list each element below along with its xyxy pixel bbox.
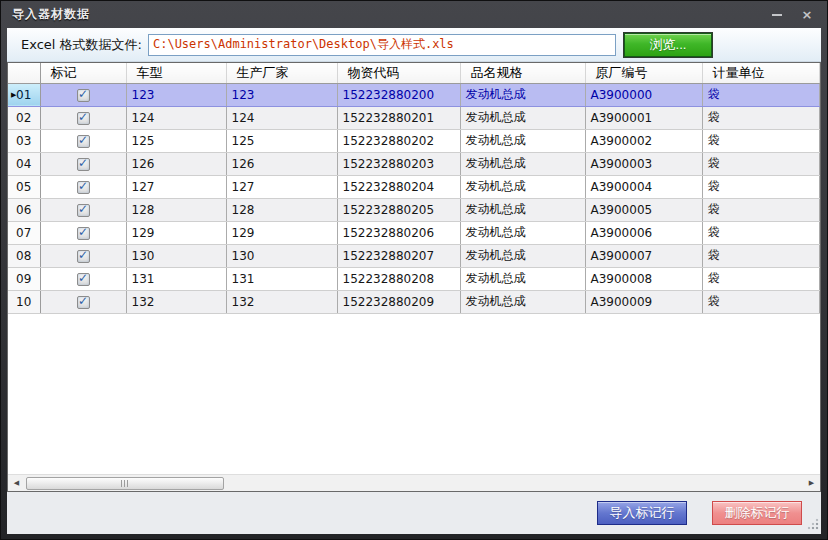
column-header-mark[interactable]: 标记 bbox=[40, 63, 126, 83]
mark-cell: ✓ bbox=[40, 175, 126, 198]
dialog-content: Excel 格式数据文件: 浏览... 标记 车型 生产厂家 物资代码 bbox=[7, 28, 821, 534]
row-number-cell: ▶07 bbox=[8, 221, 40, 244]
table-row[interactable]: ▶09 ✓ 131 131 152232880208 发动机总成 A390000… bbox=[8, 267, 820, 290]
material-code-cell: 152232880206 bbox=[337, 221, 460, 244]
check-icon: ✓ bbox=[78, 134, 88, 146]
factory-no-cell: A3900000 bbox=[585, 83, 702, 106]
scrollbar-thumb[interactable] bbox=[26, 477, 224, 490]
current-row-arrow-icon: ▶ bbox=[11, 91, 16, 99]
minimize-icon bbox=[772, 14, 782, 16]
manufacturer-cell: 130 bbox=[226, 244, 337, 267]
factory-no-cell: A3900001 bbox=[585, 106, 702, 129]
check-icon: ✓ bbox=[78, 226, 88, 238]
material-code-cell: 152232880201 bbox=[337, 106, 460, 129]
row-checkbox[interactable]: ✓ bbox=[77, 204, 90, 217]
factory-no-cell: A3900009 bbox=[585, 290, 702, 313]
mark-cell: ✓ bbox=[40, 83, 126, 106]
factory-no-cell: A3900005 bbox=[585, 198, 702, 221]
material-code-cell: 152232880203 bbox=[337, 152, 460, 175]
manufacturer-cell: 129 bbox=[226, 221, 337, 244]
table-row[interactable]: ▶08 ✓ 130 130 152232880207 发动机总成 A390000… bbox=[8, 244, 820, 267]
mark-cell: ✓ bbox=[40, 152, 126, 175]
spec-cell: 发动机总成 bbox=[460, 175, 585, 198]
table-row[interactable]: ▶06 ✓ 128 128 152232880205 发动机总成 A390000… bbox=[8, 198, 820, 221]
row-number-cell: ▶03 bbox=[8, 129, 40, 152]
factory-no-cell: A3900002 bbox=[585, 129, 702, 152]
spec-cell: 发动机总成 bbox=[460, 152, 585, 175]
close-button[interactable]: × bbox=[795, 7, 819, 23]
scroll-right-arrow-icon[interactable]: ▶ bbox=[803, 479, 820, 487]
row-checkbox[interactable]: ✓ bbox=[77, 158, 90, 171]
column-header-factory-no[interactable]: 原厂编号 bbox=[585, 63, 702, 83]
browse-button[interactable]: 浏览... bbox=[624, 33, 712, 57]
file-path-input[interactable] bbox=[148, 34, 616, 56]
data-grid: 标记 车型 生产厂家 物资代码 品名规格 原厂编号 计量单位 ▶01 ✓ 123… bbox=[7, 62, 821, 492]
table-row[interactable]: ▶03 ✓ 125 125 152232880202 发动机总成 A390000… bbox=[8, 129, 820, 152]
check-icon: ✓ bbox=[78, 249, 88, 261]
manufacturer-cell: 123 bbox=[226, 83, 337, 106]
mark-cell: ✓ bbox=[40, 267, 126, 290]
spec-cell: 发动机总成 bbox=[460, 221, 585, 244]
row-checkbox[interactable]: ✓ bbox=[77, 250, 90, 263]
column-header-material-code[interactable]: 物资代码 bbox=[337, 63, 460, 83]
row-checkbox[interactable]: ✓ bbox=[77, 135, 90, 148]
mark-cell: ✓ bbox=[40, 290, 126, 313]
scroll-left-arrow-icon[interactable]: ◀ bbox=[8, 479, 25, 487]
manufacturer-cell: 124 bbox=[226, 106, 337, 129]
row-checkbox[interactable]: ✓ bbox=[77, 89, 90, 102]
table-row[interactable]: ▶01 ✓ 123 123 152232880200 发动机总成 A390000… bbox=[8, 83, 820, 106]
minimize-button[interactable] bbox=[765, 7, 789, 23]
model-cell: 130 bbox=[126, 244, 226, 267]
column-header-model[interactable]: 车型 bbox=[126, 63, 226, 83]
horizontal-scrollbar[interactable]: ◀ ▶ bbox=[8, 474, 820, 491]
file-selection-bar: Excel 格式数据文件: 浏览... bbox=[7, 28, 821, 62]
unit-cell: 袋 bbox=[702, 244, 820, 267]
row-number-cell: ▶08 bbox=[8, 244, 40, 267]
row-number-cell: ▶09 bbox=[8, 267, 40, 290]
check-icon: ✓ bbox=[78, 272, 88, 284]
table-row[interactable]: ▶04 ✓ 126 126 152232880203 发动机总成 A390000… bbox=[8, 152, 820, 175]
corner-header bbox=[8, 63, 40, 83]
manufacturer-cell: 128 bbox=[226, 198, 337, 221]
row-checkbox[interactable]: ✓ bbox=[77, 273, 90, 286]
unit-cell: 袋 bbox=[702, 290, 820, 313]
factory-no-cell: A3900004 bbox=[585, 175, 702, 198]
column-header-spec[interactable]: 品名规格 bbox=[460, 63, 585, 83]
table-body: ▶01 ✓ 123 123 152232880200 发动机总成 A390000… bbox=[8, 83, 820, 313]
row-checkbox[interactable]: ✓ bbox=[77, 181, 90, 194]
delete-marked-rows-button[interactable]: 删除标记行 bbox=[712, 501, 802, 525]
material-code-cell: 152232880204 bbox=[337, 175, 460, 198]
mark-cell: ✓ bbox=[40, 221, 126, 244]
title-bar: 导入器材数据 × bbox=[1, 1, 827, 28]
manufacturer-cell: 127 bbox=[226, 175, 337, 198]
column-header-manufacturer[interactable]: 生产厂家 bbox=[226, 63, 337, 83]
check-icon: ✓ bbox=[78, 295, 88, 307]
resize-grip[interactable] bbox=[807, 518, 819, 530]
table-row[interactable]: ▶05 ✓ 127 127 152232880204 发动机总成 A390000… bbox=[8, 175, 820, 198]
model-cell: 129 bbox=[126, 221, 226, 244]
row-checkbox[interactable]: ✓ bbox=[77, 112, 90, 125]
dialog-window: 导入器材数据 × Excel 格式数据文件: 浏览... 标记 bbox=[0, 0, 828, 540]
factory-no-cell: A3900003 bbox=[585, 152, 702, 175]
row-checkbox[interactable]: ✓ bbox=[77, 296, 90, 309]
model-cell: 125 bbox=[126, 129, 226, 152]
unit-cell: 袋 bbox=[702, 129, 820, 152]
material-code-cell: 152232880207 bbox=[337, 244, 460, 267]
window-controls: × bbox=[765, 7, 819, 23]
model-cell: 127 bbox=[126, 175, 226, 198]
table-row[interactable]: ▶07 ✓ 129 129 152232880206 发动机总成 A390000… bbox=[8, 221, 820, 244]
material-code-cell: 152232880200 bbox=[337, 83, 460, 106]
check-icon: ✓ bbox=[78, 111, 88, 123]
row-number-cell: ▶01 bbox=[8, 83, 40, 106]
row-checkbox[interactable]: ✓ bbox=[77, 227, 90, 240]
unit-cell: 袋 bbox=[702, 267, 820, 290]
table-row[interactable]: ▶10 ✓ 132 132 152232880209 发动机总成 A390000… bbox=[8, 290, 820, 313]
table-row[interactable]: ▶02 ✓ 124 124 152232880201 发动机总成 A390000… bbox=[8, 106, 820, 129]
check-icon: ✓ bbox=[78, 180, 88, 192]
check-icon: ✓ bbox=[78, 203, 88, 215]
row-number-cell: ▶05 bbox=[8, 175, 40, 198]
row-number-cell: ▶10 bbox=[8, 290, 40, 313]
import-marked-rows-button[interactable]: 导入标记行 bbox=[597, 501, 687, 525]
factory-no-cell: A3900007 bbox=[585, 244, 702, 267]
column-header-unit[interactable]: 计量单位 bbox=[702, 63, 820, 83]
